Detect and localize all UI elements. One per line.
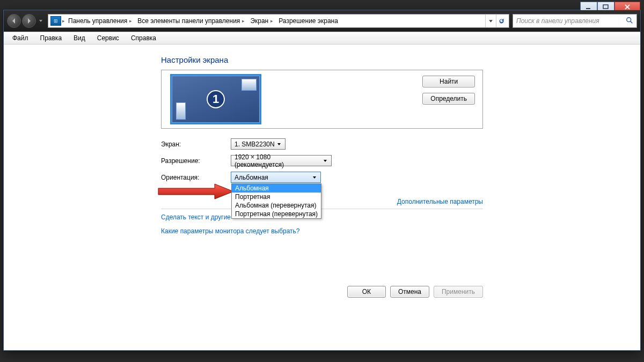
chevron-down-icon — [275, 139, 283, 149]
menu-file[interactable]: Файл — [7, 33, 34, 43]
orientation-option[interactable]: Альбомная — [232, 184, 321, 193]
detect-button[interactable]: Найти — [422, 76, 475, 87]
breadcrumb-item[interactable]: Экран▸ — [248, 14, 275, 27]
page-title: Настройки экрана — [161, 55, 483, 64]
preview-window-icon — [241, 79, 257, 91]
which-monitor-link[interactable]: Какие параметры монитора следует выбрать… — [161, 227, 483, 235]
advanced-settings-link[interactable]: Дополнительные параметры — [397, 198, 483, 205]
apply-button[interactable]: Применить — [434, 286, 483, 298]
text-size-link[interactable]: Сделать текст и другие — [161, 213, 483, 221]
svg-rect-0 — [586, 8, 590, 9]
menu-help[interactable]: Справка — [126, 33, 162, 43]
resolution-label: Разрешение: — [161, 157, 231, 165]
resolution-select[interactable]: 1920 × 1080 (рекомендуется) — [231, 155, 332, 166]
display-select[interactable]: 1. SMB2230N — [231, 138, 286, 150]
preview-window-icon — [176, 102, 186, 120]
refresh-button[interactable] — [496, 14, 507, 27]
display-preview: 1 Найти Определить — [161, 70, 483, 129]
search-input[interactable]: Поиск в панели управления — [513, 14, 637, 28]
menu-edit[interactable]: Правка — [35, 33, 68, 43]
control-panel-icon: ⊞ — [50, 16, 61, 26]
breadcrumb-item[interactable]: Панель управления▸ — [66, 14, 134, 27]
search-icon — [626, 17, 633, 26]
chevron-down-icon — [321, 156, 329, 166]
breadcrumb-item[interactable]: Разрешение экрана — [276, 14, 340, 27]
back-button[interactable] — [7, 14, 21, 28]
svg-rect-1 — [603, 5, 608, 9]
cancel-button[interactable]: Отмена — [390, 286, 429, 298]
orientation-dropdown-list: Альбомная Портретная Альбомная (переверн… — [231, 183, 321, 219]
divider — [161, 209, 483, 209]
forward-button[interactable] — [22, 14, 36, 28]
identify-button[interactable]: Определить — [422, 93, 475, 105]
breadcrumb-dropdown[interactable] — [485, 14, 496, 27]
menu-view[interactable]: Вид — [68, 33, 91, 43]
orientation-label: Ориентация: — [161, 174, 231, 181]
ok-button[interactable]: ОК — [347, 286, 386, 298]
orientation-select[interactable]: Альбомная Альбомная Портретная Альбомная… — [231, 172, 321, 183]
address-bar: ⊞ ▸ Панель управления▸ Все элементы пане… — [4, 10, 640, 32]
breadcrumb-item[interactable]: Все элементы панели управления▸ — [135, 14, 247, 27]
control-panel-window: ⊞ ▸ Панель управления▸ Все элементы пане… — [3, 10, 641, 351]
orientation-option[interactable]: Портретная (перевернутая) — [232, 210, 321, 218]
menu-bar: Файл Правка Вид Сервис Справка — [4, 32, 640, 45]
svg-point-2 — [627, 17, 631, 21]
menu-tools[interactable]: Сервис — [92, 33, 125, 43]
dialog-buttons: ОК Отмена Применить — [161, 286, 483, 298]
display-label: Экран: — [161, 141, 231, 148]
history-dropdown[interactable] — [37, 14, 45, 28]
orientation-option[interactable]: Портретная — [232, 193, 321, 201]
svg-line-3 — [631, 21, 633, 23]
content-pane: Настройки экрана 1 Найти Определить Экра… — [4, 45, 640, 350]
breadcrumb[interactable]: ⊞ ▸ Панель управления▸ Все элементы пане… — [48, 14, 509, 28]
orientation-option[interactable]: Альбомная (перевернутая) — [232, 201, 321, 210]
search-placeholder: Поиск в панели управления — [516, 17, 599, 25]
chevron-down-icon — [310, 172, 318, 182]
monitor-thumbnail[interactable]: 1 — [170, 74, 261, 124]
monitor-number: 1 — [207, 90, 225, 108]
